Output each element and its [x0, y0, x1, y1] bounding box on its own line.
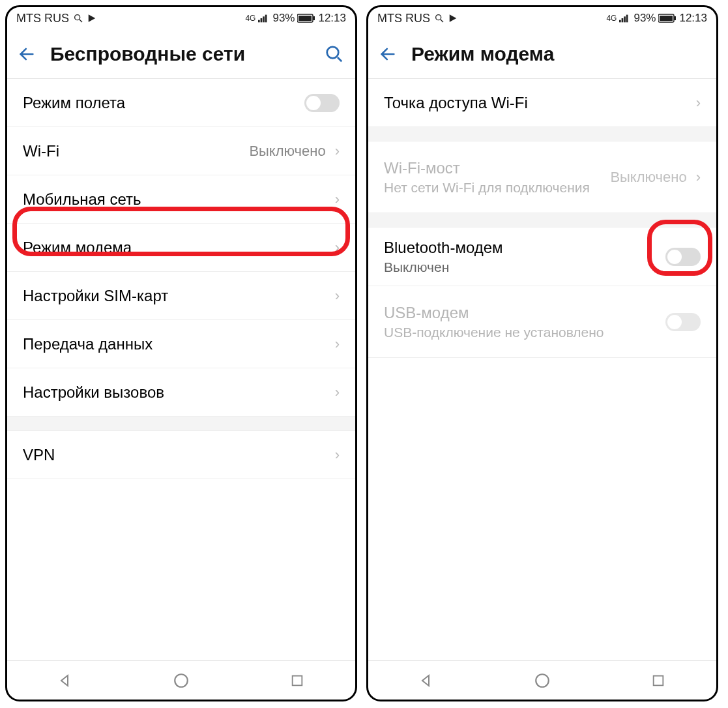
- label-tether: Режим модема: [23, 239, 331, 257]
- label-vpn: VPN: [23, 446, 331, 464]
- chevron-right-icon: ›: [696, 169, 701, 186]
- chevron-right-icon: ›: [696, 95, 701, 111]
- sub-usb: USB-подключение не установлено: [384, 325, 665, 340]
- label-usb: USB-модем: [384, 304, 665, 322]
- svg-rect-2: [258, 20, 260, 23]
- chevron-right-icon: ›: [335, 191, 340, 208]
- svg-line-11: [338, 57, 342, 61]
- toggle-usb-modem: [665, 313, 701, 331]
- svg-rect-20: [626, 15, 628, 23]
- item-data-usage[interactable]: Передача данных ›: [7, 320, 355, 368]
- time-label: 12:13: [318, 12, 346, 25]
- section-gap: [7, 417, 355, 431]
- svg-point-15: [436, 15, 441, 20]
- svg-rect-17: [619, 20, 621, 23]
- svg-point-10: [327, 46, 339, 58]
- nav-recent[interactable]: [632, 668, 684, 694]
- svg-point-26: [536, 674, 549, 687]
- svg-rect-27: [654, 675, 663, 685]
- chevron-right-icon: ›: [335, 384, 340, 401]
- carrier-label: MTS RUS: [16, 12, 69, 25]
- signal-icon: [258, 14, 270, 23]
- item-vpn[interactable]: VPN ›: [7, 431, 355, 479]
- item-tethering[interactable]: Режим модема ›: [7, 224, 355, 272]
- sub-bridge: Нет сети Wi-Fi для подключения: [384, 180, 610, 196]
- network-label: 4G: [245, 14, 255, 23]
- item-airplane-mode[interactable]: Режим полета: [7, 79, 355, 127]
- svg-line-1: [80, 20, 82, 22]
- page-title: Режим модема: [411, 43, 710, 65]
- nav-bar: [7, 660, 355, 700]
- label-sim: Настройки SIM-карт: [23, 287, 331, 305]
- signal-icon: [619, 14, 631, 23]
- svg-line-16: [441, 20, 443, 22]
- battery-icon: [297, 14, 315, 23]
- chevron-right-icon: ›: [335, 336, 340, 353]
- nav-home[interactable]: [516, 668, 568, 694]
- nav-recent[interactable]: [271, 668, 323, 694]
- toggle-bluetooth-modem[interactable]: [665, 248, 701, 266]
- header: Режим модема: [368, 29, 716, 79]
- carrier-label: MTS RUS: [377, 12, 430, 25]
- time-label: 12:13: [679, 12, 707, 25]
- label-mobile: Мобильная сеть: [23, 190, 331, 209]
- item-wifi[interactable]: Wi-Fi Выключено ›: [7, 127, 355, 175]
- settings-list: Режим полета Wi-Fi Выключено › Мобильная…: [7, 79, 355, 660]
- header: Беспроводные сети: [7, 29, 355, 79]
- back-button[interactable]: [375, 41, 401, 67]
- value-bridge: Выключено: [610, 169, 686, 186]
- item-call-settings[interactable]: Настройки вызовов ›: [7, 368, 355, 417]
- svg-rect-23: [660, 16, 673, 21]
- play-store-icon: [448, 14, 458, 23]
- svg-rect-3: [261, 18, 263, 22]
- nav-home[interactable]: [155, 668, 207, 694]
- svg-rect-14: [293, 675, 302, 685]
- svg-point-0: [75, 15, 80, 20]
- chevron-right-icon: ›: [335, 143, 340, 160]
- toggle-airplane[interactable]: [304, 94, 340, 112]
- nav-back[interactable]: [400, 668, 452, 694]
- label-bridge: Wi-Fi-мост: [384, 159, 610, 177]
- svg-rect-5: [265, 15, 267, 23]
- svg-rect-18: [622, 18, 624, 22]
- svg-marker-12: [61, 675, 68, 686]
- svg-rect-8: [298, 16, 312, 21]
- label-airplane: Режим полета: [23, 94, 304, 112]
- battery-label: 93%: [272, 12, 295, 25]
- svg-rect-4: [263, 16, 265, 22]
- label-wifi: Wi-Fi: [23, 142, 249, 160]
- label-data: Передача данных: [23, 335, 331, 353]
- svg-point-13: [175, 674, 188, 687]
- item-bluetooth-modem[interactable]: Bluetooth-модем Выключен: [368, 228, 716, 286]
- label-calls: Настройки вызовов: [23, 383, 331, 402]
- play-store-icon: [87, 14, 96, 23]
- item-wifi-hotspot[interactable]: Точка доступа Wi-Fi ›: [368, 79, 716, 127]
- item-sim-settings[interactable]: Настройки SIM-карт ›: [7, 272, 355, 320]
- page-title: Беспроводные сети: [50, 43, 310, 65]
- battery-label: 93%: [633, 12, 656, 25]
- search-icon: [434, 13, 444, 23]
- nav-back[interactable]: [39, 668, 91, 694]
- chevron-right-icon: ›: [335, 447, 340, 464]
- item-wifi-bridge: Wi-Fi-мост Нет сети Wi-Fi для подключени…: [368, 141, 716, 213]
- back-button[interactable]: [14, 41, 40, 67]
- search-button[interactable]: [320, 40, 349, 68]
- label-hotspot: Точка доступа Wi-Fi: [384, 94, 692, 112]
- section-gap: [368, 213, 716, 228]
- battery-icon: [658, 14, 677, 23]
- svg-rect-7: [313, 16, 315, 20]
- phone-left: MTS RUS 4G 93% 12:13 Беспроводные сети Р…: [5, 5, 357, 701]
- item-usb-modem: USB-модем USB-подключение не установлено: [368, 286, 716, 358]
- value-wifi: Выключено: [249, 143, 325, 160]
- status-bar: MTS RUS 4G 93% 12:13: [368, 7, 716, 29]
- section-gap: [368, 127, 716, 141]
- status-bar: MTS RUS 4G 93% 12:13: [7, 7, 355, 29]
- svg-marker-25: [422, 675, 429, 686]
- svg-rect-22: [674, 16, 676, 20]
- label-bt: Bluetooth-модем: [384, 239, 665, 257]
- svg-rect-19: [624, 16, 626, 22]
- chevron-right-icon: ›: [335, 288, 340, 304]
- item-mobile-network[interactable]: Мобильная сеть ›: [7, 175, 355, 224]
- network-label: 4G: [606, 14, 617, 23]
- settings-list: Точка доступа Wi-Fi › Wi-Fi-мост Нет сет…: [368, 79, 716, 660]
